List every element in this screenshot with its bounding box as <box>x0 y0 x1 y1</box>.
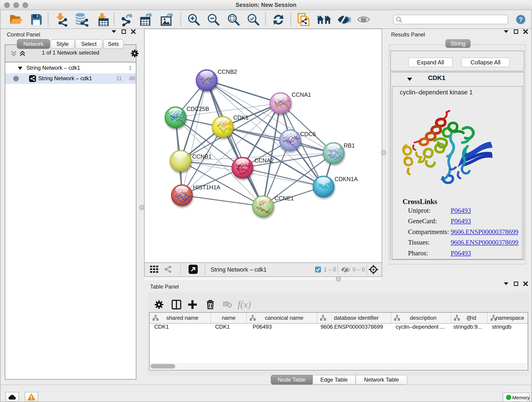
svg-text:?: ? <box>519 16 523 23</box>
svg-text:CCNE1: CCNE1 <box>274 195 294 201</box>
svg-text:CDC6: CDC6 <box>300 131 316 137</box>
svg-text:CDKN1A: CDKN1A <box>335 176 358 182</box>
svg-text:CDK1: CDK1 <box>233 114 249 121</box>
svg-text:CDC25B: CDC25B <box>186 106 209 112</box>
svg-text:CCNB2: CCNB2 <box>218 69 237 75</box>
svg-text:CCNB1: CCNB1 <box>192 153 212 160</box>
svg-text:RB1: RB1 <box>344 142 355 149</box>
svg-text:CCNA1: CCNA1 <box>292 91 311 98</box>
svg-text:HIST1H1A: HIST1H1A <box>193 184 220 191</box>
svg-text:CCNA2: CCNA2 <box>254 157 274 164</box>
